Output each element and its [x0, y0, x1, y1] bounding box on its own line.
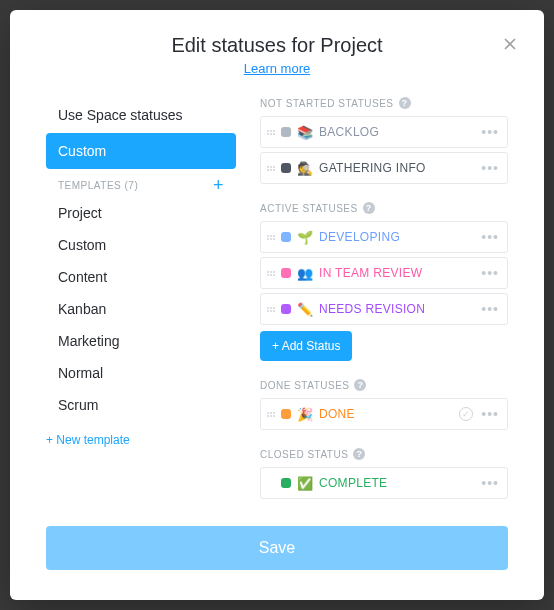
group-active: ACTIVE STATUSES ? 🌱DEVELOPING•••👥IN TEAM…	[260, 202, 508, 361]
learn-more-link[interactable]: Learn more	[244, 61, 310, 76]
check-icon[interactable]: ✓	[459, 407, 473, 421]
status-label: COMPLETE	[319, 476, 473, 490]
drag-handle-icon[interactable]	[267, 266, 275, 280]
status-row[interactable]: ✅COMPLETE•••	[260, 467, 508, 499]
templates-label: TEMPLATES (7)	[58, 180, 138, 191]
template-item[interactable]: Custom	[46, 229, 236, 261]
status-row[interactable]: 📚BACKLOG•••	[260, 116, 508, 148]
status-emoji-icon: 📚	[297, 125, 313, 140]
help-icon[interactable]: ?	[399, 97, 411, 109]
status-label: GATHERING INFO	[319, 161, 473, 175]
add-status-button[interactable]: + Add Status	[260, 331, 352, 361]
modal-footer: Save	[10, 514, 544, 600]
help-icon[interactable]: ?	[353, 448, 365, 460]
template-item[interactable]: Content	[46, 261, 236, 293]
drag-handle-icon[interactable]	[267, 125, 275, 139]
modal-title: Edit statuses for Project	[30, 34, 524, 57]
status-label: IN TEAM REVIEW	[319, 266, 473, 280]
tab-use-space-statuses[interactable]: Use Space statuses	[46, 97, 236, 133]
status-row[interactable]: 🕵️GATHERING INFO•••	[260, 152, 508, 184]
save-button[interactable]: Save	[46, 526, 508, 570]
drag-handle-icon[interactable]	[267, 407, 275, 421]
row-menu-icon[interactable]: •••	[479, 124, 501, 140]
status-row[interactable]: ✏️NEEDS REVISION•••	[260, 293, 508, 325]
status-color-dot[interactable]	[281, 268, 291, 278]
group-closed: CLOSED STATUS ? ✅COMPLETE•••	[260, 448, 508, 499]
status-row[interactable]: 🎉DONE✓•••	[260, 398, 508, 430]
status-color-dot[interactable]	[281, 478, 291, 488]
row-menu-icon[interactable]: •••	[479, 475, 501, 491]
row-menu-icon[interactable]: •••	[479, 229, 501, 245]
template-item[interactable]: Kanban	[46, 293, 236, 325]
status-label: DEVELOPING	[319, 230, 473, 244]
status-color-dot[interactable]	[281, 163, 291, 173]
help-icon[interactable]: ?	[354, 379, 366, 391]
right-column: NOT STARTED STATUSES ? 📚BACKLOG•••🕵️GATH…	[260, 97, 508, 502]
modal-header: Edit statuses for Project Learn more	[10, 10, 544, 89]
status-emoji-icon: 🌱	[297, 230, 313, 245]
status-emoji-icon: ✅	[297, 476, 313, 491]
drag-handle-icon[interactable]	[267, 230, 275, 244]
status-row[interactable]: 👥IN TEAM REVIEW•••	[260, 257, 508, 289]
status-label: BACKLOG	[319, 125, 473, 139]
templates-header: TEMPLATES (7) +	[46, 169, 236, 197]
group-not-started: NOT STARTED STATUSES ? 📚BACKLOG•••🕵️GATH…	[260, 97, 508, 184]
edit-statuses-modal: Edit statuses for Project Learn more Use…	[10, 10, 544, 600]
group-closed-label: CLOSED STATUS	[260, 449, 348, 460]
status-row[interactable]: 🌱DEVELOPING•••	[260, 221, 508, 253]
close-icon	[500, 34, 520, 54]
status-color-dot[interactable]	[281, 232, 291, 242]
row-menu-icon[interactable]: •••	[479, 406, 501, 422]
help-icon[interactable]: ?	[363, 202, 375, 214]
status-emoji-icon: 🕵️	[297, 161, 313, 176]
left-column: Use Space statuses Custom TEMPLATES (7) …	[46, 97, 236, 502]
group-done-label: DONE STATUSES	[260, 380, 349, 391]
group-not-started-label: NOT STARTED STATUSES	[260, 98, 394, 109]
group-done: DONE STATUSES ? 🎉DONE✓•••	[260, 379, 508, 430]
status-color-dot[interactable]	[281, 127, 291, 137]
add-template-icon[interactable]: +	[213, 179, 224, 191]
status-color-dot[interactable]	[281, 409, 291, 419]
status-emoji-icon: ✏️	[297, 302, 313, 317]
tab-custom[interactable]: Custom	[46, 133, 236, 169]
drag-handle-icon[interactable]	[267, 302, 275, 316]
template-item[interactable]: Scrum	[46, 389, 236, 421]
template-item[interactable]: Marketing	[46, 325, 236, 357]
status-emoji-icon: 👥	[297, 266, 313, 281]
template-item[interactable]: Normal	[46, 357, 236, 389]
close-button[interactable]	[500, 34, 520, 54]
status-emoji-icon: 🎉	[297, 407, 313, 422]
new-template-button[interactable]: + New template	[46, 421, 236, 447]
drag-handle-icon[interactable]	[267, 161, 275, 175]
template-item[interactable]: Project	[46, 197, 236, 229]
modal-body: Use Space statuses Custom TEMPLATES (7) …	[10, 89, 544, 514]
row-menu-icon[interactable]: •••	[479, 160, 501, 176]
group-active-label: ACTIVE STATUSES	[260, 203, 358, 214]
status-label: DONE	[319, 407, 453, 421]
row-menu-icon[interactable]: •••	[479, 265, 501, 281]
row-menu-icon[interactable]: •••	[479, 301, 501, 317]
status-label: NEEDS REVISION	[319, 302, 473, 316]
status-color-dot[interactable]	[281, 304, 291, 314]
